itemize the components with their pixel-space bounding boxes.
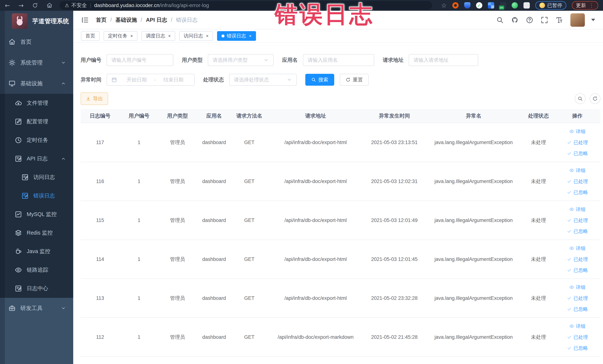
app-name-input[interactable] bbox=[303, 54, 374, 66]
mark-processed-link[interactable]: 已处理 bbox=[567, 178, 588, 185]
sidebar-item[interactable]: 首页 bbox=[0, 32, 73, 52]
switch-on-extension-icon[interactable] bbox=[500, 2, 506, 9]
user-avatar[interactable] bbox=[570, 13, 585, 27]
detail-link[interactable]: 详细 bbox=[569, 128, 586, 135]
detail-link[interactable]: 详细 bbox=[569, 206, 586, 213]
mark-ignored-link[interactable]: 已忽略 bbox=[567, 150, 588, 157]
breadcrumb-item[interactable]: 错误日志 bbox=[176, 16, 205, 24]
hamburger-icon[interactable] bbox=[81, 16, 89, 24]
browser-reload-icon[interactable] bbox=[32, 2, 38, 8]
sidebar-item[interactable]: 访问日志 bbox=[0, 168, 73, 187]
exception-time-range-picker[interactable]: 开始日期 - 结束日期 bbox=[107, 74, 195, 86]
menu-item-icon bbox=[9, 38, 16, 46]
avatar-caret-icon[interactable] bbox=[591, 19, 595, 21]
mark-processed-link[interactable]: 已处理 bbox=[567, 217, 588, 224]
sidebar-item[interactable]: 日志中心 bbox=[0, 279, 73, 298]
sidebar-item[interactable]: 定时任务 bbox=[0, 131, 73, 150]
export-button[interactable]: 导出 bbox=[81, 92, 108, 105]
mark-processed-link[interactable]: 已处理 bbox=[567, 256, 588, 263]
mark-ignored-link[interactable]: 已忽略 bbox=[567, 306, 588, 312]
mark-ignored-link[interactable]: 已忽略 bbox=[567, 345, 588, 351]
sidebar-item[interactable]: Java 监控 bbox=[0, 242, 73, 261]
cell-request-url: /api/infra/db-doc/export-html bbox=[267, 162, 364, 201]
refresh-table-button[interactable] bbox=[590, 93, 600, 104]
mark-processed-link[interactable]: 已处理 bbox=[567, 295, 588, 302]
check-icon bbox=[567, 190, 572, 195]
reset-button[interactable]: 重置 bbox=[340, 74, 369, 86]
cell-user-type: 管理员 bbox=[159, 162, 197, 201]
emoji-face-icon bbox=[539, 3, 545, 8]
breadcrumb-item[interactable]: API 日志 bbox=[146, 16, 176, 24]
sidebar-item[interactable]: 错误日志 bbox=[0, 187, 73, 205]
tab-close-icon[interactable]: × bbox=[206, 34, 209, 38]
kebab-menu-icon[interactable]: ⋮ bbox=[589, 2, 594, 9]
mark-ignored-link[interactable]: 已忽略 bbox=[567, 189, 588, 196]
view-tab[interactable]: 访问日志 × bbox=[179, 31, 213, 41]
handle-status-placeholder: 请选择处理状态 bbox=[234, 76, 269, 83]
font-size-icon[interactable] bbox=[556, 16, 563, 24]
breadcrumb-item[interactable]: 基础设施 bbox=[116, 16, 146, 24]
update-badge[interactable]: 更新 ⋮ bbox=[572, 1, 598, 10]
cell-exception-time: 2021-05-02 21:45:28 bbox=[364, 318, 425, 356]
bookmark-star-icon[interactable]: ☆ bbox=[441, 2, 447, 9]
sidebar-item[interactable]: 文件管理 bbox=[0, 94, 73, 112]
paused-badge[interactable]: 已暂停 bbox=[535, 1, 566, 10]
sidebar-item[interactable]: Redis 监控 bbox=[0, 224, 73, 242]
app-logo[interactable]: 芋道管理系统 bbox=[0, 11, 73, 32]
user-type-select[interactable]: 请选择用户类型 bbox=[208, 54, 274, 66]
detail-link[interactable]: 详细 bbox=[569, 167, 586, 174]
view-tab[interactable]: 调度日志 × bbox=[141, 31, 175, 41]
search-button[interactable]: 搜索 bbox=[305, 74, 334, 86]
chevron-down-icon bbox=[287, 77, 292, 82]
tab-close-icon[interactable]: × bbox=[130, 34, 133, 38]
view-tab[interactable]: 首页 bbox=[81, 31, 100, 41]
browser-home-icon[interactable] bbox=[46, 2, 52, 8]
view-tab[interactable]: 定时任务 × bbox=[104, 31, 137, 41]
sidebar-item-label: Java 监控 bbox=[27, 248, 50, 255]
sidebar-item[interactable]: 基础设施 bbox=[0, 73, 73, 94]
detail-link[interactable]: 详细 bbox=[569, 284, 586, 291]
request-url-input[interactable] bbox=[409, 54, 478, 66]
orange-circle-extension-icon[interactable] bbox=[452, 2, 459, 9]
detail-link[interactable]: 详细 bbox=[569, 245, 586, 252]
cell-log-id: 116 bbox=[81, 162, 120, 201]
mark-ignored-link[interactable]: 已忽略 bbox=[567, 228, 588, 235]
col-header-user-type: 用户类型 bbox=[159, 109, 197, 123]
detail-link[interactable]: 详细 bbox=[569, 323, 586, 329]
fullscreen-icon[interactable] bbox=[541, 16, 548, 24]
leaf-extension-icon[interactable] bbox=[512, 2, 518, 9]
handle-status-select[interactable]: 请选择处理状态 bbox=[229, 74, 297, 86]
address-bar[interactable]: ⚠ 不安全 | dashboard.yudao.iocoder.cn /infr… bbox=[59, 1, 432, 10]
grid-extension-icon[interactable] bbox=[488, 2, 494, 9]
browser-back-icon[interactable]: ← bbox=[5, 2, 10, 9]
cell-log-id: 115 bbox=[81, 201, 120, 240]
view-tab[interactable]: 错误日志 × bbox=[217, 31, 256, 41]
cell-exception-name: java.lang.IllegalArgumentException bbox=[425, 240, 523, 279]
tab-close-icon[interactable]: × bbox=[168, 34, 171, 38]
sidebar-item[interactable]: MySQL 监控 bbox=[0, 205, 73, 224]
tab-close-icon[interactable]: × bbox=[249, 34, 252, 38]
shield-extension-icon[interactable] bbox=[464, 2, 470, 9]
question-help-icon[interactable] bbox=[526, 16, 533, 24]
insecure-warning-icon: ⚠ bbox=[65, 3, 69, 8]
sidebar-item[interactable]: 系统管理 bbox=[0, 52, 73, 73]
mark-processed-link[interactable]: 已处理 bbox=[567, 334, 588, 341]
sidebar-item-label: 定时任务 bbox=[27, 137, 48, 144]
user-id-input[interactable] bbox=[107, 54, 173, 66]
sidebar-item[interactable]: API 日志 bbox=[0, 150, 73, 168]
puzzle-extension-icon[interactable] bbox=[523, 2, 530, 9]
check-icon bbox=[567, 257, 572, 262]
cell-exception-time: 2021-05-03 23:13:51 bbox=[364, 123, 425, 162]
search-icon[interactable] bbox=[496, 16, 504, 24]
table-row: 112 1 管理员 dashboard GET /api/infra/db-do… bbox=[81, 318, 600, 357]
green-check-extension-icon[interactable] bbox=[476, 2, 482, 9]
sidebar-item[interactable]: 链路追踪 bbox=[0, 261, 73, 279]
github-icon[interactable] bbox=[511, 16, 519, 24]
sidebar-item[interactable]: 研发工具 bbox=[0, 298, 73, 318]
sidebar-item[interactable]: 配置管理 bbox=[0, 112, 73, 131]
toggle-search-button[interactable] bbox=[575, 93, 586, 104]
mark-processed-link[interactable]: 已处理 bbox=[567, 139, 588, 146]
breadcrumb-item[interactable]: 首页 bbox=[96, 16, 116, 24]
browser-forward-icon[interactable]: → bbox=[19, 2, 24, 9]
mark-ignored-link[interactable]: 已忽略 bbox=[567, 267, 588, 273]
